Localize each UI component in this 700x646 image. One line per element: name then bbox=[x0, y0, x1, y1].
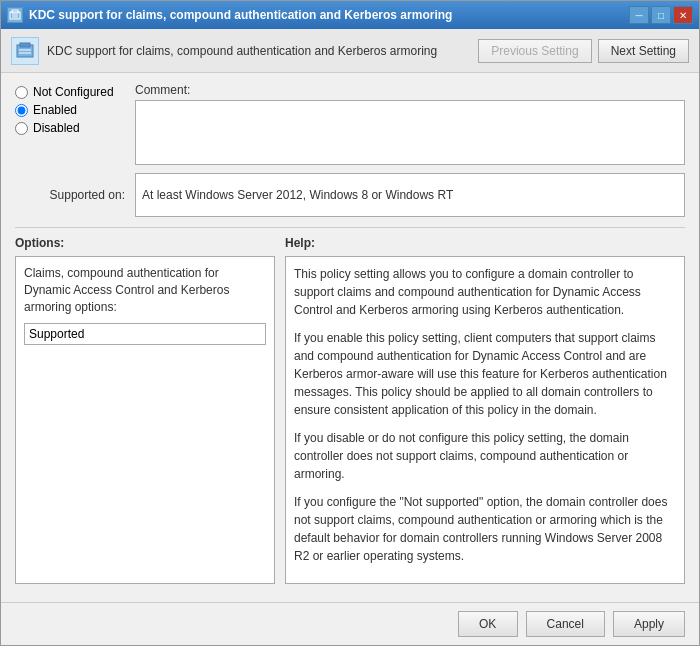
header-title: KDC support for claims, compound authent… bbox=[47, 44, 478, 58]
apply-button[interactable]: Apply bbox=[613, 611, 685, 637]
help-paragraph-2: If you disable or do not configure this … bbox=[294, 429, 676, 483]
comment-textarea[interactable] bbox=[135, 100, 685, 165]
help-paragraph-1: If you enable this policy setting, clien… bbox=[294, 329, 676, 419]
supported-value: At least Windows Server 2012, Windows 8 … bbox=[135, 173, 685, 217]
svg-rect-5 bbox=[20, 43, 30, 47]
help-label: Help: bbox=[285, 236, 685, 250]
options-description: Claims, compound authentication for Dyna… bbox=[24, 265, 266, 315]
options-dropdown[interactable]: Not supported Supported Always provide c… bbox=[24, 323, 266, 345]
enabled-radio[interactable] bbox=[15, 104, 28, 117]
help-paragraph-3: If you configure the "Not supported" opt… bbox=[294, 493, 676, 565]
radio-comment-row: Not Configured Enabled Disabled Comment: bbox=[15, 83, 685, 165]
help-panel: Help: This policy setting allows you to … bbox=[285, 236, 685, 584]
minimize-button[interactable]: ─ bbox=[629, 6, 649, 24]
options-panel: Options: Claims, compound authentication… bbox=[15, 236, 275, 584]
title-bar: KDC support for claims, compound authent… bbox=[1, 1, 699, 29]
help-scroll-container: This policy setting allows you to config… bbox=[285, 256, 685, 584]
supported-row: Supported on: At least Windows Server 20… bbox=[15, 173, 685, 217]
window-icon bbox=[7, 7, 23, 23]
ok-button[interactable]: OK bbox=[458, 611, 518, 637]
prev-setting-button[interactable]: Previous Setting bbox=[478, 39, 591, 63]
supported-label: Supported on: bbox=[15, 188, 125, 202]
help-paragraph-0: This policy setting allows you to config… bbox=[294, 265, 676, 319]
window-title: KDC support for claims, compound authent… bbox=[29, 8, 629, 22]
divider bbox=[15, 227, 685, 228]
help-text-area[interactable]: This policy setting allows you to config… bbox=[285, 256, 685, 584]
cancel-button[interactable]: Cancel bbox=[526, 611, 605, 637]
header-bar: KDC support for claims, compound authent… bbox=[1, 29, 699, 73]
window-controls: ─ □ ✕ bbox=[629, 6, 693, 24]
close-button[interactable]: ✕ bbox=[673, 6, 693, 24]
options-box: Claims, compound authentication for Dyna… bbox=[15, 256, 275, 584]
enabled-radio-label[interactable]: Enabled bbox=[15, 103, 125, 117]
radio-section: Not Configured Enabled Disabled bbox=[15, 83, 125, 135]
content-area: Not Configured Enabled Disabled Comment: bbox=[1, 73, 699, 602]
dropdown-wrapper: Not supported Supported Always provide c… bbox=[24, 323, 266, 345]
disabled-radio[interactable] bbox=[15, 122, 28, 135]
main-window: KDC support for claims, compound authent… bbox=[0, 0, 700, 646]
next-setting-button[interactable]: Next Setting bbox=[598, 39, 689, 63]
options-label: Options: bbox=[15, 236, 275, 250]
comment-section: Comment: bbox=[135, 83, 685, 165]
maximize-button[interactable]: □ bbox=[651, 6, 671, 24]
not-configured-radio[interactable] bbox=[15, 86, 28, 99]
comment-area-wrapper bbox=[135, 100, 685, 165]
disabled-radio-label[interactable]: Disabled bbox=[15, 121, 125, 135]
policy-icon bbox=[11, 37, 39, 65]
not-configured-radio-label[interactable]: Not Configured bbox=[15, 85, 125, 99]
nav-buttons: Previous Setting Next Setting bbox=[478, 39, 689, 63]
two-panel: Options: Claims, compound authentication… bbox=[15, 236, 685, 584]
footer: OK Cancel Apply bbox=[1, 602, 699, 645]
comment-label: Comment: bbox=[135, 83, 685, 97]
